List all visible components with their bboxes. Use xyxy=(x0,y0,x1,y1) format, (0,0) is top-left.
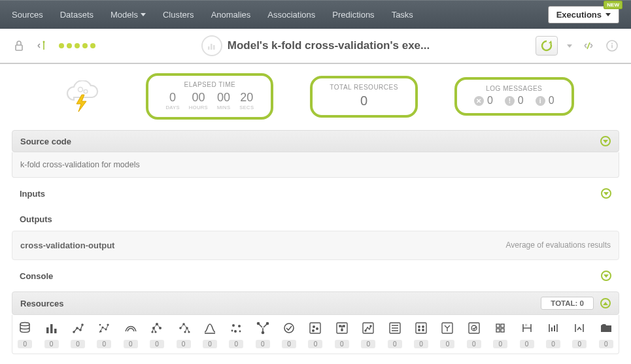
svg-point-6 xyxy=(611,43,613,44)
refresh-button[interactable] xyxy=(536,36,558,56)
resource-pred-b[interactable]: 0 xyxy=(330,320,354,348)
resources-title: TOTAL RESOURCES xyxy=(330,84,398,91)
resource-batch-b[interactable]: 0 xyxy=(409,320,434,348)
caret-down-icon xyxy=(605,13,611,16)
svg-point-31 xyxy=(184,331,186,333)
source-icon xyxy=(16,320,34,336)
console-header[interactable]: Console xyxy=(12,265,619,286)
nav-associations[interactable]: Associations xyxy=(267,10,315,20)
executions-button[interactable]: Executions NEW xyxy=(548,6,619,24)
total-resources-card: TOTAL RESOURCES 0 xyxy=(310,76,418,118)
code-alt-icon[interactable] xyxy=(581,39,596,53)
inputs-title: Inputs xyxy=(20,189,45,199)
resource-anomaly[interactable]: 0 xyxy=(250,320,275,348)
nav-sources[interactable]: Sources xyxy=(12,10,43,20)
batch-c-icon xyxy=(438,320,456,336)
resource-count: 0 xyxy=(361,340,375,348)
resource-count: 0 xyxy=(124,340,138,348)
resource-association[interactable]: 0 xyxy=(277,320,301,348)
eval-icon xyxy=(491,320,509,336)
resource-exec-a[interactable]: 0 xyxy=(541,320,566,348)
resource-cluster[interactable]: 0 xyxy=(224,320,248,348)
secs-label: SECS xyxy=(239,105,254,110)
resource-source[interactable]: 0 xyxy=(12,320,37,348)
title-center: Model's k-fold cross-validation's exe... xyxy=(105,35,526,56)
svg-rect-11 xyxy=(46,327,49,333)
outputs-title: Outputs xyxy=(20,214,52,224)
resource-ensemble-b[interactable]: 0 xyxy=(145,320,169,348)
collapse-icon xyxy=(601,188,611,199)
resource-count: 0 xyxy=(520,340,534,348)
nav-datasets[interactable]: Datasets xyxy=(60,10,94,20)
output-description: Average of evaluations results xyxy=(505,240,611,250)
resource-count: 0 xyxy=(572,340,587,348)
nav-tasks[interactable]: Tasks xyxy=(392,10,413,20)
outputs-section: Outputs cross-validation-output Average … xyxy=(12,209,619,260)
resource-ensemble-a[interactable]: 0 xyxy=(118,320,143,348)
svg-point-37 xyxy=(239,331,241,333)
svg-point-32 xyxy=(188,331,190,333)
nav-models[interactable]: Models xyxy=(111,10,146,20)
resource-count: 0 xyxy=(440,340,454,348)
svg-rect-3 xyxy=(211,44,213,50)
log-errors: ✕0 xyxy=(474,95,493,107)
dot-icon xyxy=(67,43,72,48)
top-nav: Sources Datasets Models Clusters Anomali… xyxy=(0,0,631,29)
resource-batch-d[interactable]: 0 xyxy=(462,320,486,348)
console-title: Console xyxy=(20,271,53,281)
status-dots xyxy=(59,43,95,48)
svg-point-52 xyxy=(370,325,371,327)
resource-pred-c[interactable]: 0 xyxy=(356,320,381,348)
console-section: Console xyxy=(12,265,619,286)
resources-value: 0 xyxy=(330,93,398,108)
resource-logistic[interactable]: 0 xyxy=(197,320,222,348)
resource-folder[interactable]: 0 xyxy=(594,320,619,348)
svg-rect-68 xyxy=(554,325,555,331)
svg-point-22 xyxy=(99,324,101,326)
model-a-icon xyxy=(69,320,87,336)
logs-title: LOG MESSAGES xyxy=(474,85,554,92)
inputs-section: Inputs xyxy=(12,183,619,204)
hours-label: HOURS xyxy=(189,105,208,110)
resource-count: 0 xyxy=(71,340,85,348)
resource-model-b[interactable]: 0 xyxy=(92,320,116,348)
resource-eval[interactable]: 0 xyxy=(488,320,513,348)
resource-batch-c[interactable]: 0 xyxy=(435,320,460,348)
cloud-bolt-icon xyxy=(57,80,109,113)
source-code-header[interactable]: Source code xyxy=(12,130,619,152)
resource-model-a[interactable]: 0 xyxy=(65,320,90,348)
log-messages-card: LOG MESSAGES ✕0 !0 i0 xyxy=(454,77,574,116)
svg-rect-63 xyxy=(501,324,504,327)
resources-grid: 0000000000000000000=0000 xyxy=(12,315,619,354)
resource-count: 0 xyxy=(256,340,270,348)
output-row: cross-validation-output Average of evalu… xyxy=(12,231,619,260)
resource-exec-b[interactable]: 0 xyxy=(567,320,592,348)
batch-a-icon xyxy=(386,320,404,336)
inputs-header[interactable]: Inputs xyxy=(12,183,619,204)
dot-icon xyxy=(90,43,95,48)
svg-rect-13 xyxy=(54,329,57,333)
folder-icon xyxy=(597,320,615,336)
nav-anomalies[interactable]: Anomalies xyxy=(211,10,251,20)
nav-predictions[interactable]: Predictions xyxy=(332,10,374,20)
caret-down-icon[interactable] xyxy=(567,44,572,48)
pred-b-icon xyxy=(333,320,351,336)
resource-count: 0 xyxy=(467,340,481,348)
secs-value: 20 xyxy=(239,91,254,105)
resource-batch-a[interactable]: 0 xyxy=(382,320,407,348)
resources-header[interactable]: Resources TOTAL: 0 xyxy=(12,291,619,315)
resource-ensemble-c[interactable]: 0 xyxy=(171,320,196,348)
svg-point-56 xyxy=(422,326,424,327)
code-icon[interactable] xyxy=(35,39,50,53)
days-value: 0 xyxy=(165,91,179,105)
svg-point-1 xyxy=(43,41,45,43)
resource-dataset[interactable]: 0 xyxy=(39,320,63,348)
resource-pred-a[interactable]: 0 xyxy=(303,320,328,348)
nav-clusters[interactable]: Clusters xyxy=(163,10,194,20)
resource-script[interactable]: =0 xyxy=(514,320,539,348)
info-icon[interactable] xyxy=(605,39,619,53)
chart-icon xyxy=(201,35,222,56)
dot-icon xyxy=(75,43,80,48)
lock-icon[interactable] xyxy=(12,39,26,53)
svg-text:=: = xyxy=(524,323,527,327)
